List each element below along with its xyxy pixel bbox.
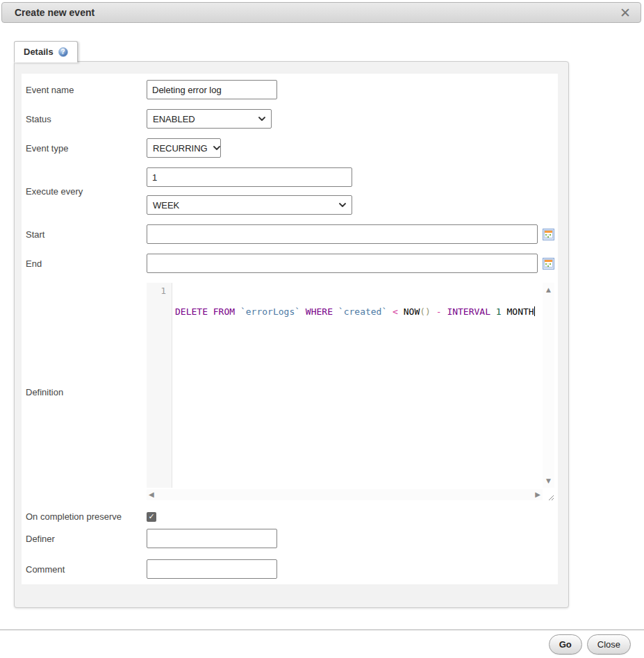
event-name-label: Event name xyxy=(26,85,147,95)
footer-divider xyxy=(0,630,644,630)
on-completion-checkbox[interactable]: ✓ xyxy=(147,512,156,522)
execute-every-interval-input[interactable] xyxy=(147,167,352,187)
dialog-title: Create new event xyxy=(15,7,94,18)
line-number: 1 xyxy=(160,286,166,296)
row-event-type: Event type RECURRING xyxy=(26,138,558,158)
code-line: DELETE FROM `errorLogs` WHERE `created` … xyxy=(175,306,543,318)
editor-vertical-scrollbar[interactable]: ▲ ▼ xyxy=(543,283,554,488)
go-button[interactable]: Go xyxy=(549,634,582,655)
close-button[interactable]: Close xyxy=(587,634,631,655)
row-on-completion: On completion preserve ✓ xyxy=(26,511,558,522)
close-icon[interactable]: ✕ xyxy=(620,6,631,19)
event-name-input[interactable] xyxy=(147,80,277,99)
editor-code-area[interactable]: DELETE FROM `errorLogs` WHERE `created` … xyxy=(172,283,543,488)
start-input[interactable] xyxy=(147,224,538,244)
editor-gutter: 1 xyxy=(147,283,172,488)
definition-label: Definition xyxy=(26,387,147,397)
status-select[interactable]: ENABLED xyxy=(147,109,272,129)
definer-label: Definer xyxy=(26,534,147,544)
dialog-titlebar: Create new event ✕ xyxy=(1,2,641,23)
definer-input[interactable] xyxy=(147,529,277,548)
event-form-fieldset: Event name Status ENABLED Event type REC… xyxy=(14,61,569,608)
calendar-icon[interactable] xyxy=(543,258,554,270)
resize-grip-icon[interactable] xyxy=(546,493,554,503)
event-form: Event name Status ENABLED Event type REC… xyxy=(22,74,558,584)
text-cursor xyxy=(534,306,535,316)
execute-every-unit-value: WEEK xyxy=(153,200,179,211)
event-type-select[interactable]: RECURRING xyxy=(147,138,221,158)
calendar-icon[interactable] xyxy=(543,229,554,240)
footer-buttons: Go Close xyxy=(549,634,631,655)
editor-horizontal-scrollbar[interactable]: ◀ ▶ xyxy=(147,489,543,500)
chevron-down-icon xyxy=(339,203,346,207)
help-icon[interactable]: ? xyxy=(58,47,68,57)
end-label: End xyxy=(26,258,147,269)
row-comment: Comment xyxy=(26,559,558,579)
end-input[interactable] xyxy=(147,254,538,273)
event-type-label: Event type xyxy=(26,143,147,154)
comment-input[interactable] xyxy=(147,559,277,579)
row-definition: Definition 1 DELETE FROM `errorLogs` WHE… xyxy=(26,283,558,502)
row-definer: Definer xyxy=(26,529,558,548)
on-completion-label: On completion preserve xyxy=(26,511,147,522)
row-execute-every: Execute every WEEK xyxy=(26,167,558,215)
row-start: Start xyxy=(26,224,558,244)
execute-every-unit-select[interactable]: WEEK xyxy=(147,195,352,215)
tab-details[interactable]: Details ? xyxy=(14,41,78,63)
sql-code-editor[interactable]: 1 DELETE FROM `errorLogs` WHERE `created… xyxy=(147,283,554,502)
scroll-right-icon[interactable]: ▶ xyxy=(535,490,540,500)
scroll-up-icon[interactable]: ▲ xyxy=(543,286,554,294)
status-label: Status xyxy=(26,114,147,124)
row-event-name: Event name xyxy=(26,80,558,99)
event-type-select-value: RECURRING xyxy=(153,143,208,154)
tab-details-label: Details xyxy=(24,47,53,57)
start-label: Start xyxy=(26,229,147,240)
scroll-down-icon[interactable]: ▼ xyxy=(543,477,554,485)
status-select-value: ENABLED xyxy=(153,114,195,124)
row-status: Status ENABLED xyxy=(26,109,558,129)
scroll-left-icon[interactable]: ◀ xyxy=(149,490,154,500)
execute-every-label: Execute every xyxy=(26,186,147,197)
chevron-down-icon xyxy=(258,117,265,121)
row-end: End xyxy=(26,254,558,273)
chevron-down-icon xyxy=(213,146,220,150)
comment-label: Comment xyxy=(26,564,147,575)
